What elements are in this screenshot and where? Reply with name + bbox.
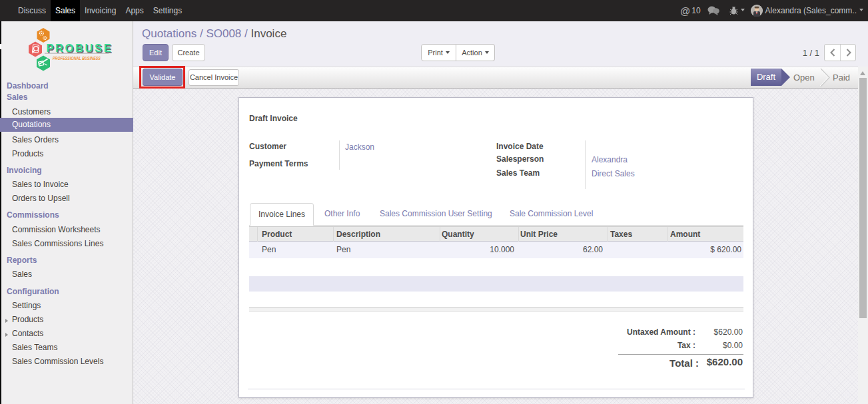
svg-text:PROBUSE: PROBUSE (47, 42, 113, 54)
svg-text:PROFESSIONAL BUSINESS: PROFESSIONAL BUSINESS (53, 55, 101, 61)
